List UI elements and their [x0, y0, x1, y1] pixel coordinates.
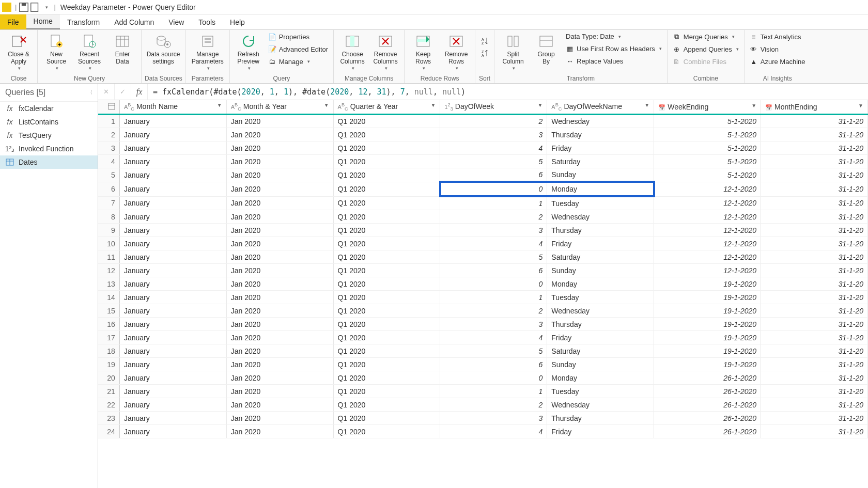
cell[interactable]: Jan 2020 — [226, 371, 333, 385]
cell[interactable]: Saturday — [547, 155, 654, 168]
cell[interactable]: 3 — [440, 128, 547, 141]
table-row[interactable]: 21JanuaryJan 2020Q1 20201Tuesday26-1-202… — [98, 385, 868, 398]
query-item-testquery[interactable]: fxTestQuery — [0, 129, 98, 142]
cell[interactable]: Q1 2020 — [333, 264, 440, 277]
cell[interactable]: Thursday — [547, 128, 654, 141]
properties-button[interactable]: 📄Properties — [266, 31, 330, 42]
cell[interactable]: January — [119, 115, 226, 128]
cell[interactable]: Jan 2020 — [226, 304, 333, 318]
cell[interactable]: 5-1-2020 — [654, 141, 761, 155]
cell[interactable]: Jan 2020 — [226, 425, 333, 438]
tab-home[interactable]: Home — [26, 14, 60, 29]
cell[interactable]: Friday — [547, 425, 654, 438]
table-corner[interactable] — [98, 100, 119, 115]
table-row[interactable]: 19JanuaryJan 2020Q1 20206Sunday19-1-2020… — [98, 358, 868, 371]
cell[interactable]: Q1 2020 — [333, 155, 440, 168]
cell[interactable]: 31-1-20 — [761, 264, 868, 277]
cell[interactable]: 3 — [440, 318, 547, 331]
tab-tools[interactable]: Tools — [191, 14, 223, 29]
query-item-fxcalendar[interactable]: fxfxCalendar — [0, 102, 98, 115]
cell[interactable]: 31-1-20 — [761, 331, 868, 344]
collapse-pane-icon[interactable]: 〈 — [88, 89, 92, 96]
cell[interactable]: Jan 2020 — [226, 128, 333, 141]
cell[interactable]: 26-1-2020 — [654, 425, 761, 438]
cell[interactable]: 31-1-20 — [761, 318, 868, 331]
cell[interactable]: Q1 2020 — [333, 237, 440, 250]
cell[interactable]: Q1 2020 — [333, 291, 440, 304]
cell[interactable]: 0 — [440, 182, 547, 196]
table-row[interactable]: 10JanuaryJan 2020Q1 20204Friday12-1-2020… — [98, 237, 868, 250]
cell[interactable]: 19-1-2020 — [654, 331, 761, 344]
cell[interactable]: Q1 2020 — [333, 196, 440, 210]
column-header-month-name[interactable]: ABCMonth Name▼ — [119, 100, 226, 115]
row-number[interactable]: 24 — [98, 425, 119, 438]
cell[interactable]: Wednesday — [547, 210, 654, 224]
cell[interactable]: Q1 2020 — [333, 425, 440, 438]
cell[interactable]: Jan 2020 — [226, 250, 333, 264]
data-type-button[interactable]: Data Type: Date — [564, 31, 664, 42]
row-number[interactable]: 15 — [98, 304, 119, 318]
new-source-button[interactable]: ✦ New Source — [41, 31, 72, 73]
data-grid[interactable]: ABCMonth Name▼ABCMonth & Year▼ABCQuarter… — [98, 100, 868, 488]
cell[interactable]: 31-1-20 — [761, 304, 868, 318]
cell[interactable]: 5-1-2020 — [654, 155, 761, 168]
cell[interactable]: Jan 2020 — [226, 277, 333, 291]
row-number[interactable]: 14 — [98, 291, 119, 304]
row-number[interactable]: 4 — [98, 155, 119, 168]
row-number[interactable]: 22 — [98, 398, 119, 412]
advanced-editor-button[interactable]: 📝Advanced Editor — [266, 43, 330, 55]
cell[interactable]: 31-1-20 — [761, 168, 868, 182]
row-number[interactable]: 2 — [98, 128, 119, 141]
cell[interactable]: 6 — [440, 168, 547, 182]
cell[interactable]: Q1 2020 — [333, 210, 440, 224]
combine-files-button[interactable]: 🗎Combine Files — [671, 56, 741, 67]
cell[interactable]: Jan 2020 — [226, 385, 333, 398]
row-number[interactable]: 16 — [98, 318, 119, 331]
row-number[interactable]: 7 — [98, 196, 119, 210]
cell[interactable]: 31-1-20 — [761, 344, 868, 358]
cell[interactable]: January — [119, 128, 226, 141]
azure-ml-button[interactable]: ▲Azure Machine — [748, 56, 808, 67]
row-number[interactable]: 10 — [98, 237, 119, 250]
recent-sources-button[interactable]: Recent Sources — [74, 31, 105, 73]
cell[interactable]: 12-1-2020 — [654, 237, 761, 250]
row-number[interactable]: 5 — [98, 168, 119, 182]
cell[interactable]: Sunday — [547, 264, 654, 277]
cell[interactable]: Jan 2020 — [226, 115, 333, 128]
column-filter-icon[interactable]: ▼ — [644, 102, 649, 108]
cell[interactable]: 31-1-20 — [761, 224, 868, 237]
cell[interactable]: Q1 2020 — [333, 358, 440, 371]
cell[interactable]: Q1 2020 — [333, 398, 440, 412]
cell[interactable]: Sunday — [547, 168, 654, 182]
cell[interactable]: 31-1-20 — [761, 277, 868, 291]
cell[interactable]: 26-1-2020 — [654, 412, 761, 425]
cell[interactable]: Jan 2020 — [226, 412, 333, 425]
query-item-invoked-function[interactable]: 1²₃Invoked Function — [0, 142, 98, 155]
cell[interactable]: January — [119, 331, 226, 344]
cell[interactable]: Jan 2020 — [226, 344, 333, 358]
cell[interactable]: Friday — [547, 331, 654, 344]
manage-parameters-button[interactable]: Manage Parameters — [189, 31, 226, 73]
cell[interactable]: 4 — [440, 425, 547, 438]
cell[interactable]: Jan 2020 — [226, 318, 333, 331]
row-number[interactable]: 20 — [98, 371, 119, 385]
column-header-weekending[interactable]: 📅WeekEnding▼ — [654, 100, 761, 115]
table-row[interactable]: 16JanuaryJan 2020Q1 20203Thursday19-1-20… — [98, 318, 868, 331]
cell[interactable]: Q1 2020 — [333, 371, 440, 385]
cell[interactable]: Saturday — [547, 250, 654, 264]
sort-desc-button[interactable]: ZA — [478, 48, 491, 59]
tab-view[interactable]: View — [161, 14, 191, 29]
table-row[interactable]: 22JanuaryJan 2020Q1 20202Wednesday26-1-2… — [98, 398, 868, 412]
row-number[interactable]: 17 — [98, 331, 119, 344]
cell[interactable]: January — [119, 398, 226, 412]
cell[interactable]: 1 — [440, 385, 547, 398]
cell[interactable]: Jan 2020 — [226, 182, 333, 196]
cell[interactable]: 5 — [440, 155, 547, 168]
cell[interactable]: Thursday — [547, 318, 654, 331]
cell[interactable]: Saturday — [547, 344, 654, 358]
cell[interactable]: 2 — [440, 115, 547, 128]
query-item-listcontains[interactable]: fxListContains — [0, 115, 98, 129]
cell[interactable]: 26-1-2020 — [654, 371, 761, 385]
cell[interactable]: 1 — [440, 291, 547, 304]
cell[interactable]: January — [119, 425, 226, 438]
